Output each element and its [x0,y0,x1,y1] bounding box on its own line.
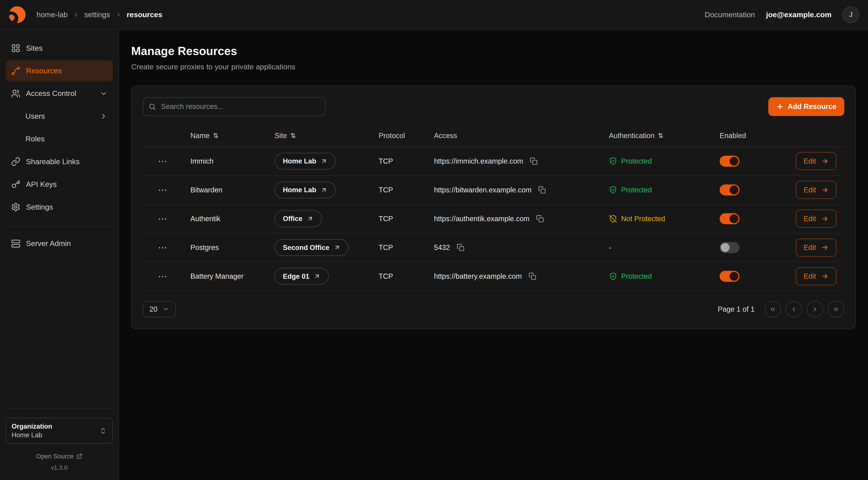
chevron-left-icon [790,306,798,313]
edit-button[interactable]: Edit [796,239,836,257]
open-source-link[interactable]: Open Source [6,453,113,460]
edit-button[interactable]: Edit [796,152,836,170]
sidebar-item-settings[interactable]: Settings [6,197,113,217]
auth-status: - [609,243,611,251]
copy-icon[interactable] [456,243,465,252]
external-link-icon [334,244,341,251]
organization-selector[interactable]: Organization Home Lab [6,418,113,444]
next-page-button[interactable] [807,301,823,318]
sidebar-item-label: Users [26,112,45,121]
site-name: Office [283,215,302,222]
waypoints-icon [11,66,21,76]
edit-label: Edit [804,186,816,194]
server-icon [11,239,21,248]
page-size-value: 20 [150,305,157,313]
first-page-button[interactable] [765,301,781,318]
site-link-button[interactable]: Office [275,210,322,227]
row-menu-button[interactable]: ⋯ [155,241,171,254]
shield-off-icon [609,215,617,223]
card-toolbar: Add Resource [143,97,844,116]
add-resource-button[interactable]: Add Resource [768,97,844,116]
documentation-link[interactable]: Documentation [705,10,755,19]
edit-button[interactable]: Edit [796,267,836,286]
avatar[interactable]: J [842,6,859,23]
app-version: v1.3.0 [6,464,113,471]
enabled-toggle[interactable] [720,242,740,253]
enabled-toggle[interactable] [720,184,740,196]
column-header-label: Access [434,131,457,140]
row-menu-button[interactable]: ⋯ [155,155,171,168]
column-header-authentication[interactable]: Authentication ⇅ [601,131,712,140]
site-name: Edge 01 [283,272,309,280]
resource-name: Battery Manager [190,272,244,280]
chevron-right-icon [811,306,818,313]
copy-icon[interactable] [535,214,545,224]
site-name: Home Lab [283,186,316,194]
edit-button[interactable]: Edit [796,210,836,228]
search-input[interactable] [143,97,326,116]
sidebar-item-label: Resources [26,67,62,75]
sidebar-item-access-control[interactable]: Access Control [6,83,113,104]
edit-label: Edit [804,157,816,165]
access-value: https://battery.example.com [434,272,522,280]
arrow-right-icon [821,157,829,165]
enabled-toggle[interactable] [720,213,740,224]
gear-icon [11,202,21,212]
edit-button[interactable]: Edit [796,181,836,199]
sidebar-item-sites[interactable]: Sites [6,38,113,59]
previous-page-button[interactable] [785,301,802,318]
site-link-button[interactable]: Edge 01 [275,268,329,285]
shield-check-icon [609,272,617,280]
chevrons-right-icon [832,306,840,313]
app-logo[interactable] [9,6,26,23]
site-link-button[interactable]: Home Lab [275,182,336,199]
arrow-right-icon [821,244,829,251]
resources-table: Name ⇅ Site ⇅ Protocol Access Authentica [143,125,844,291]
row-menu-button[interactable]: ⋯ [155,270,171,282]
edit-label: Edit [804,272,816,280]
protocol-value: TCP [378,243,393,251]
auth-label: Protected [621,272,652,280]
site-link-button[interactable]: Home Lab [275,153,336,170]
table-row: ⋯ Battery Manager Edge 01 TCP https://ba… [143,262,844,291]
column-header-name[interactable]: Name ⇅ [183,131,267,140]
page-size-select[interactable]: 20 [143,301,176,318]
sidebar-item-roles[interactable]: Roles [6,128,113,150]
chevron-down-icon [162,306,169,312]
external-link-icon [321,187,327,193]
enabled-toggle[interactable] [720,156,740,167]
external-link-icon [321,158,327,164]
breadcrumb-org[interactable]: home-lab [36,10,68,19]
sidebar-item-resources[interactable]: Resources [6,60,113,81]
column-header-access: Access [426,131,601,140]
enabled-toggle[interactable] [720,271,740,282]
avatar-initial: J [849,11,852,19]
column-header-label: Enabled [720,131,746,140]
resource-name: Immich [190,157,214,165]
last-page-button[interactable] [828,301,844,318]
sidebar-item-server-admin[interactable]: Server Admin [6,233,113,254]
copy-icon[interactable] [527,271,537,281]
topbar: home-lab settings resources Documentatio… [0,0,868,30]
sidebar-item-api-keys[interactable]: API Keys [6,174,113,195]
breadcrumb-settings[interactable]: settings [84,10,110,19]
row-menu-button[interactable]: ⋯ [155,184,171,196]
arrow-right-icon [821,272,829,280]
protocol-value: TCP [378,272,393,280]
column-header-site[interactable]: Site ⇅ [267,131,371,140]
shield-check-icon [609,157,617,165]
column-header-protocol: Protocol [371,131,426,140]
column-header-label: Authentication [609,131,654,140]
auth-label: Protected [621,157,652,165]
sidebar-item-shareable-links[interactable]: Shareable Links [6,151,113,172]
sidebar-item-label: API Keys [26,180,57,189]
site-link-button[interactable]: Second Office [275,239,349,256]
copy-icon[interactable] [529,156,539,166]
arrow-right-icon [821,215,829,222]
sidebar-item-users[interactable]: Users [6,106,113,127]
table-header-row: Name ⇅ Site ⇅ Protocol Access Authentica [143,125,844,147]
row-menu-button[interactable]: ⋯ [155,212,171,225]
ellipsis-icon: ⋯ [158,214,167,223]
copy-icon[interactable] [537,185,547,195]
user-email: joe@example.com [766,10,832,19]
